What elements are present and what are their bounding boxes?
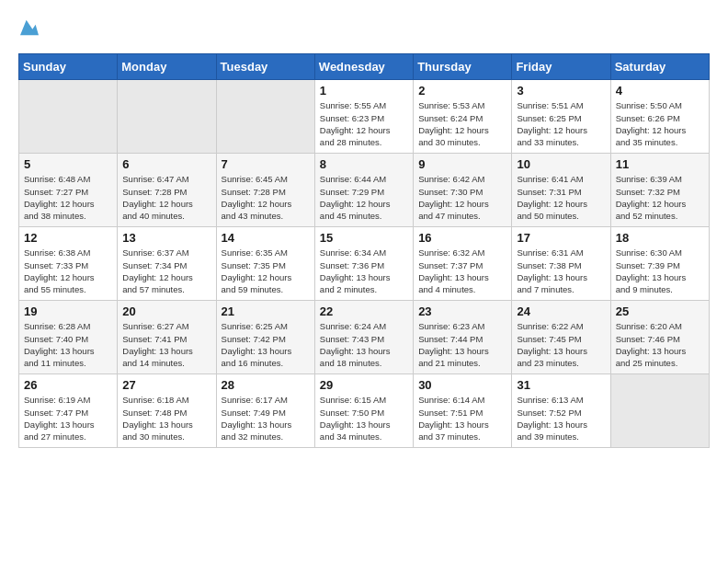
day-number: 7 <box>222 157 310 171</box>
day-number: 23 <box>418 304 506 318</box>
calendar-cell: 4Sunrise: 5:50 AMSunset: 6:26 PMDaylight… <box>610 80 709 154</box>
day-info: Sunrise: 6:39 AMSunset: 7:32 PMDaylight:… <box>616 173 704 222</box>
weekday-header: Friday <box>512 54 610 80</box>
day-info: Sunrise: 6:17 AMSunset: 7:49 PMDaylight:… <box>222 394 310 442</box>
calendar-cell: 25Sunrise: 6:20 AMSunset: 7:46 PMDayligh… <box>610 301 709 374</box>
day-info: Sunrise: 6:47 AMSunset: 7:28 PMDaylight:… <box>122 173 210 222</box>
day-info: Sunrise: 6:31 AMSunset: 7:38 PMDaylight:… <box>517 247 605 295</box>
calendar-cell: 23Sunrise: 6:23 AMSunset: 7:44 PMDayligh… <box>414 301 512 374</box>
day-number: 11 <box>616 157 704 171</box>
day-number: 2 <box>418 84 506 98</box>
calendar-table: SundayMondayTuesdayWednesdayThursdayFrid… <box>18 53 710 448</box>
calendar-cell <box>216 80 314 154</box>
calendar-cell: 24Sunrise: 6:22 AMSunset: 7:45 PMDayligh… <box>512 301 610 374</box>
calendar-header-row: SundayMondayTuesdayWednesdayThursdayFrid… <box>19 54 710 80</box>
svg-marker-0 <box>20 20 39 36</box>
calendar-cell: 28Sunrise: 6:17 AMSunset: 7:49 PMDayligh… <box>216 374 314 448</box>
day-info: Sunrise: 6:14 AMSunset: 7:51 PMDaylight:… <box>418 394 506 442</box>
day-info: Sunrise: 6:20 AMSunset: 7:46 PMDaylight:… <box>616 320 704 369</box>
day-number: 22 <box>320 304 408 318</box>
calendar-cell: 31Sunrise: 6:13 AMSunset: 7:52 PMDayligh… <box>512 374 610 448</box>
day-info: Sunrise: 6:22 AMSunset: 7:45 PMDaylight:… <box>517 320 605 369</box>
logo-text <box>18 18 39 39</box>
calendar-cell: 20Sunrise: 6:27 AMSunset: 7:41 PMDayligh… <box>118 301 216 374</box>
day-info: Sunrise: 5:55 AMSunset: 6:23 PMDaylight:… <box>320 99 408 148</box>
calendar-cell: 1Sunrise: 5:55 AMSunset: 6:23 PMDaylight… <box>314 80 413 154</box>
day-info: Sunrise: 6:28 AMSunset: 7:40 PMDaylight:… <box>24 320 112 369</box>
day-number: 17 <box>517 231 605 245</box>
day-number: 24 <box>517 304 605 318</box>
day-number: 4 <box>616 84 704 98</box>
calendar-cell: 30Sunrise: 6:14 AMSunset: 7:51 PMDayligh… <box>414 374 512 448</box>
calendar-cell: 9Sunrise: 6:42 AMSunset: 7:30 PMDaylight… <box>414 154 512 227</box>
day-number: 1 <box>320 84 408 98</box>
day-number: 26 <box>24 378 112 392</box>
day-info: Sunrise: 5:51 AMSunset: 6:25 PMDaylight:… <box>517 99 605 148</box>
day-info: Sunrise: 6:13 AMSunset: 7:52 PMDaylight:… <box>517 394 605 442</box>
day-info: Sunrise: 6:27 AMSunset: 7:41 PMDaylight:… <box>122 320 210 369</box>
calendar-week-row: 19Sunrise: 6:28 AMSunset: 7:40 PMDayligh… <box>19 301 710 374</box>
day-number: 5 <box>24 157 112 171</box>
day-info: Sunrise: 5:53 AMSunset: 6:24 PMDaylight:… <box>418 99 506 148</box>
day-info: Sunrise: 6:42 AMSunset: 7:30 PMDaylight:… <box>418 173 506 222</box>
day-number: 29 <box>320 378 408 392</box>
weekday-header: Sunday <box>19 54 118 80</box>
day-number: 18 <box>616 231 704 245</box>
day-number: 28 <box>222 378 310 392</box>
weekday-header: Monday <box>118 54 216 80</box>
weekday-header: Thursday <box>414 54 512 80</box>
calendar-cell: 16Sunrise: 6:32 AMSunset: 7:37 PMDayligh… <box>414 227 512 301</box>
calendar-cell: 8Sunrise: 6:44 AMSunset: 7:29 PMDaylight… <box>314 154 413 227</box>
calendar-cell <box>118 80 216 154</box>
calendar-cell: 12Sunrise: 6:38 AMSunset: 7:33 PMDayligh… <box>19 227 118 301</box>
calendar-cell: 7Sunrise: 6:45 AMSunset: 7:28 PMDaylight… <box>216 154 314 227</box>
calendar-cell: 17Sunrise: 6:31 AMSunset: 7:38 PMDayligh… <box>512 227 610 301</box>
calendar-cell: 3Sunrise: 5:51 AMSunset: 6:25 PMDaylight… <box>512 80 610 154</box>
calendar-week-row: 12Sunrise: 6:38 AMSunset: 7:33 PMDayligh… <box>19 227 710 301</box>
day-info: Sunrise: 6:45 AMSunset: 7:28 PMDaylight:… <box>222 173 310 222</box>
day-number: 21 <box>222 304 310 318</box>
day-info: Sunrise: 6:15 AMSunset: 7:50 PMDaylight:… <box>320 394 408 442</box>
day-number: 14 <box>222 231 310 245</box>
weekday-header: Wednesday <box>314 54 413 80</box>
day-number: 31 <box>517 378 605 392</box>
day-info: Sunrise: 6:44 AMSunset: 7:29 PMDaylight:… <box>320 173 408 222</box>
day-info: Sunrise: 6:18 AMSunset: 7:48 PMDaylight:… <box>122 394 210 442</box>
calendar-cell: 29Sunrise: 6:15 AMSunset: 7:50 PMDayligh… <box>314 374 413 448</box>
day-info: Sunrise: 6:34 AMSunset: 7:36 PMDaylight:… <box>320 247 408 295</box>
day-number: 13 <box>122 231 210 245</box>
calendar-cell: 27Sunrise: 6:18 AMSunset: 7:48 PMDayligh… <box>118 374 216 448</box>
calendar-cell: 26Sunrise: 6:19 AMSunset: 7:47 PMDayligh… <box>19 374 118 448</box>
day-info: Sunrise: 6:37 AMSunset: 7:34 PMDaylight:… <box>122 247 210 295</box>
day-info: Sunrise: 6:25 AMSunset: 7:42 PMDaylight:… <box>222 320 310 369</box>
weekday-header: Tuesday <box>216 54 314 80</box>
day-number: 19 <box>24 304 112 318</box>
day-info: Sunrise: 6:41 AMSunset: 7:31 PMDaylight:… <box>517 173 605 222</box>
calendar-cell: 2Sunrise: 5:53 AMSunset: 6:24 PMDaylight… <box>414 80 512 154</box>
day-number: 20 <box>122 304 210 318</box>
day-number: 16 <box>418 231 506 245</box>
calendar-week-row: 1Sunrise: 5:55 AMSunset: 6:23 PMDaylight… <box>19 80 710 154</box>
day-info: Sunrise: 6:24 AMSunset: 7:43 PMDaylight:… <box>320 320 408 369</box>
weekday-header: Saturday <box>610 54 709 80</box>
calendar-cell: 21Sunrise: 6:25 AMSunset: 7:42 PMDayligh… <box>216 301 314 374</box>
day-number: 9 <box>418 157 506 171</box>
calendar-cell: 22Sunrise: 6:24 AMSunset: 7:43 PMDayligh… <box>314 301 413 374</box>
day-number: 8 <box>320 157 408 171</box>
day-number: 10 <box>517 157 605 171</box>
logo-icon <box>20 18 39 37</box>
day-number: 3 <box>517 84 605 98</box>
day-number: 30 <box>418 378 506 392</box>
day-number: 25 <box>616 304 704 318</box>
calendar-week-row: 26Sunrise: 6:19 AMSunset: 7:47 PMDayligh… <box>19 374 710 448</box>
day-info: Sunrise: 6:30 AMSunset: 7:39 PMDaylight:… <box>616 247 704 295</box>
calendar-cell <box>19 80 118 154</box>
calendar-week-row: 5Sunrise: 6:48 AMSunset: 7:27 PMDaylight… <box>19 154 710 227</box>
calendar-cell: 15Sunrise: 6:34 AMSunset: 7:36 PMDayligh… <box>314 227 413 301</box>
calendar-cell: 14Sunrise: 6:35 AMSunset: 7:35 PMDayligh… <box>216 227 314 301</box>
calendar-cell: 10Sunrise: 6:41 AMSunset: 7:31 PMDayligh… <box>512 154 610 227</box>
calendar-cell: 19Sunrise: 6:28 AMSunset: 7:40 PMDayligh… <box>19 301 118 374</box>
day-info: Sunrise: 6:48 AMSunset: 7:27 PMDaylight:… <box>24 173 112 222</box>
page-header <box>18 18 710 39</box>
calendar-cell: 6Sunrise: 6:47 AMSunset: 7:28 PMDaylight… <box>118 154 216 227</box>
